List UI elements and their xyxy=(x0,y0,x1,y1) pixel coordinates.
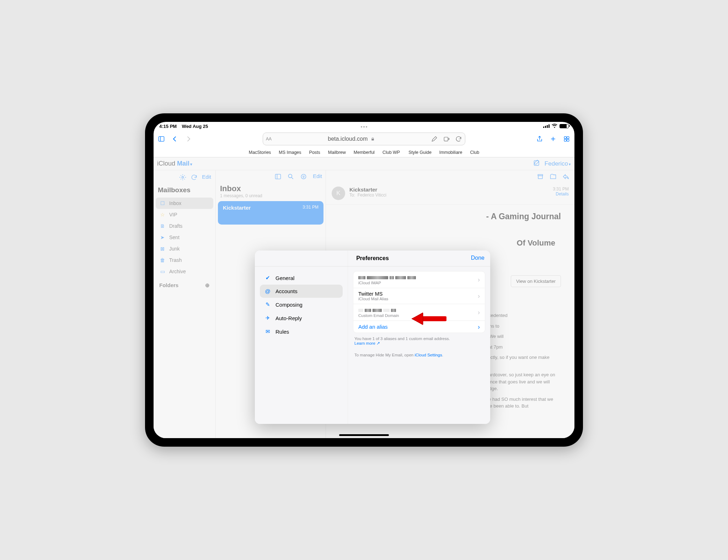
battery-icon xyxy=(560,124,569,128)
account-sub: Custom Email Domain xyxy=(358,313,480,318)
preferences-content: iCloud IMAP › Twitter MS iCloud Mail Ali… xyxy=(348,251,490,424)
check-circle-icon: ✔︎ xyxy=(264,275,271,281)
favorite-link[interactable]: MS Images xyxy=(279,150,301,155)
modal-title: Preferences xyxy=(255,251,490,266)
pref-item-rules[interactable]: ✉︎Rules xyxy=(260,325,343,338)
ipad-screen: 4:15 PM Wed Aug 25 AA beta.icloud.com Ma… xyxy=(154,122,574,438)
learn-more-link[interactable]: Learn more ↗ xyxy=(354,341,380,345)
new-tab-icon[interactable] xyxy=(550,135,557,142)
preferences-modal: Preferences Done ✔︎General @Accounts ✎Co… xyxy=(255,251,490,424)
account-name-redacted xyxy=(358,276,416,279)
chevron-right-icon: › xyxy=(478,292,480,300)
account-name-redacted xyxy=(358,309,396,312)
pref-label: Auto-Reply xyxy=(275,315,302,321)
account-sub: iCloud Mail Alias xyxy=(358,297,480,301)
url-text: beta.icloud.com xyxy=(328,136,368,142)
accounts-list: iCloud IMAP › Twitter MS iCloud Mail Ali… xyxy=(353,271,485,333)
at-icon: @ xyxy=(264,288,271,294)
pref-item-autoreply[interactable]: ✈︎Auto-Reply xyxy=(260,311,343,325)
pref-label: Composing xyxy=(275,302,303,308)
status-time: 4:15 PM xyxy=(159,124,177,129)
pref-label: General xyxy=(275,275,294,281)
done-button[interactable]: Done xyxy=(471,255,485,261)
add-alias-row[interactable]: Add an alias › xyxy=(353,321,485,333)
address-bar[interactable]: AA beta.icloud.com xyxy=(263,133,465,145)
lock-icon xyxy=(371,137,375,141)
rules-icon: ✉︎ xyxy=(264,328,271,335)
accounts-note: You have 1 of 3 aliases and 1 custom ema… xyxy=(353,333,485,349)
svg-rect-5 xyxy=(564,139,566,141)
chevron-right-icon: › xyxy=(478,309,480,316)
sidebar-toggle-icon[interactable] xyxy=(158,135,165,142)
chevron-right-icon: › xyxy=(478,323,480,330)
note-text: You have 1 of 3 aliases and 1 custom ema… xyxy=(354,336,450,341)
tabs-icon[interactable] xyxy=(563,135,570,142)
wifi-icon xyxy=(552,123,557,129)
account-name: Twitter MS xyxy=(358,291,480,297)
reload-icon[interactable] xyxy=(455,135,462,142)
back-icon[interactable] xyxy=(171,135,178,142)
favorite-link[interactable]: Posts xyxy=(309,150,320,155)
add-alias-label: Add an alias xyxy=(358,324,480,330)
svg-rect-6 xyxy=(567,139,569,141)
favorite-link[interactable]: Club WP xyxy=(382,150,400,155)
note-text: To manage Hide My Email, open xyxy=(354,353,414,357)
svg-rect-3 xyxy=(564,136,566,139)
account-row-icloud[interactable]: iCloud IMAP › xyxy=(353,271,485,288)
home-indicator[interactable] xyxy=(339,434,389,436)
pref-item-general[interactable]: ✔︎General xyxy=(260,271,343,285)
ipad-frame: 4:15 PM Wed Aug 25 AA beta.icloud.com Ma… xyxy=(145,113,583,447)
note-text: . xyxy=(442,353,443,357)
favorite-link[interactable]: MacStories xyxy=(249,150,271,155)
account-row-alias[interactable]: Twitter MS iCloud Mail Alias › xyxy=(353,288,485,304)
favorites-bar: MacStories MS Images Posts Mailbrew Memb… xyxy=(154,147,574,157)
pref-item-accounts[interactable]: @Accounts xyxy=(260,285,343,298)
forward-icon xyxy=(185,135,192,142)
status-indicators xyxy=(543,123,569,129)
favorite-link[interactable]: Club xyxy=(470,150,479,155)
icloud-settings-link[interactable]: iCloud Settings xyxy=(414,353,442,357)
pref-item-composing[interactable]: ✎Composing xyxy=(260,298,343,311)
preferences-sidebar: ✔︎General @Accounts ✎Composing ✈︎Auto-Re… xyxy=(255,251,348,424)
account-sub: iCloud IMAP xyxy=(358,281,480,285)
favorite-link[interactable]: Immobiliare xyxy=(439,150,462,155)
extensions-icon[interactable] xyxy=(443,135,450,142)
share-icon[interactable] xyxy=(536,135,543,142)
safari-toolbar: AA beta.icloud.com xyxy=(154,130,574,147)
favorite-link[interactable]: Mailbrew xyxy=(328,150,346,155)
pref-label: Accounts xyxy=(275,288,298,294)
status-time-date: 4:15 PM Wed Aug 25 xyxy=(159,124,208,129)
compose-icon: ✎ xyxy=(264,301,271,308)
cell-signal-icon xyxy=(543,124,550,128)
favorite-link[interactable]: Memberful xyxy=(354,150,375,155)
svg-rect-0 xyxy=(159,136,164,141)
hidemyemail-note: To manage Hide My Email, open iCloud Set… xyxy=(353,349,485,361)
favorite-link[interactable]: Style Guide xyxy=(408,150,432,155)
icloud-mail-app: iCloud Mail▾ Federico▾ Edit Mailboxes ☐I… xyxy=(154,157,574,438)
reader-aa-icon[interactable]: AA xyxy=(266,136,272,141)
airplane-icon: ✈︎ xyxy=(264,315,271,321)
account-row-customdomain[interactable]: Custom Email Domain › xyxy=(353,304,485,321)
multitask-dots-icon[interactable] xyxy=(361,126,367,128)
pref-label: Rules xyxy=(275,329,289,335)
edit-url-icon[interactable] xyxy=(431,135,438,142)
status-date: Wed Aug 25 xyxy=(182,124,208,129)
svg-rect-4 xyxy=(567,136,569,139)
chevron-right-icon: › xyxy=(478,276,480,284)
svg-rect-2 xyxy=(444,137,448,141)
